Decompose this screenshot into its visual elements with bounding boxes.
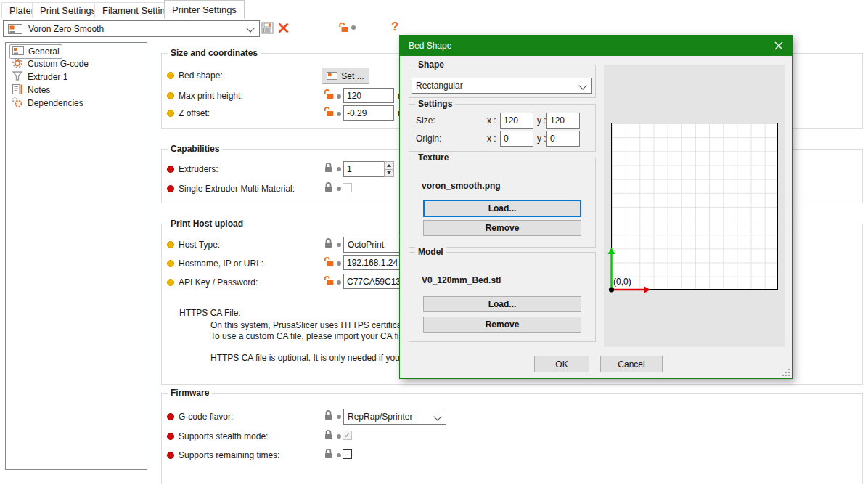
printer-preset-combobox[interactable]: Voron Zero Smooth bbox=[3, 20, 260, 37]
hostname-label: Hostname, IP or URL: bbox=[179, 258, 263, 269]
locked-icon[interactable] bbox=[324, 448, 333, 461]
option-bullet bbox=[167, 110, 174, 117]
max-print-height-label: Max print height: bbox=[179, 91, 243, 101]
settings-sidebar: General Custom G-code Extruder 1 Notes D… bbox=[5, 42, 147, 470]
printer-bed-icon bbox=[8, 24, 22, 36]
help-button[interactable]: ? bbox=[391, 20, 398, 34]
x-label: x : bbox=[487, 115, 496, 126]
model-filename: V0_120mm_Bed.stl bbox=[422, 275, 501, 285]
remaining-times-checkbox[interactable] bbox=[343, 449, 352, 459]
model-remove-button[interactable]: Remove bbox=[423, 317, 581, 333]
set-button-label: Set ... bbox=[341, 71, 364, 81]
locked-icon[interactable] bbox=[324, 162, 333, 175]
revert-dot bbox=[337, 434, 341, 439]
z-offset-label: Z offset: bbox=[179, 108, 210, 118]
host-type-value: OctoPrint bbox=[348, 240, 384, 250]
dialog-title: Bed Shape bbox=[409, 41, 451, 51]
sidebar-item-dependencies[interactable]: Dependencies bbox=[9, 97, 86, 110]
gcode-flavor-select[interactable]: RepRap/Sprinter bbox=[343, 409, 446, 425]
checkmark-icon: ✓ bbox=[344, 431, 351, 439]
tab-bar: Plater Print Settings Filament Settings … bbox=[0, 0, 868, 19]
option-bullet bbox=[167, 185, 174, 192]
revert-dot bbox=[337, 415, 341, 419]
revert-dot bbox=[337, 261, 341, 266]
locked-icon[interactable] bbox=[324, 237, 333, 250]
load-button-label: Load... bbox=[488, 203, 517, 213]
save-preset-button[interactable] bbox=[261, 22, 274, 36]
remove-button-label: Remove bbox=[486, 319, 520, 330]
gcode-flavor-value: RepRap/Sprinter bbox=[348, 412, 412, 422]
texture-load-button[interactable]: Load... bbox=[423, 200, 581, 217]
stealth-mode-label: Supports stealth mode: bbox=[179, 431, 268, 441]
origin-y-input[interactable] bbox=[546, 131, 580, 147]
semm-label: Single Extruder Multi Material: bbox=[179, 184, 295, 194]
option-bullet bbox=[167, 92, 174, 99]
shape-select[interactable]: Rectangular bbox=[412, 78, 592, 94]
cancel-button[interactable]: Cancel bbox=[600, 356, 663, 372]
bed-shape-label: Bed shape: bbox=[179, 70, 223, 81]
unlocked-icon[interactable] bbox=[324, 256, 334, 269]
option-bullet bbox=[167, 279, 174, 286]
printer-bed-icon bbox=[12, 46, 24, 57]
dependencies-icon bbox=[12, 97, 23, 110]
unlocked-icon[interactable] bbox=[324, 106, 334, 119]
bed-shape-set-button[interactable]: Set ... bbox=[322, 68, 369, 84]
spinner-up-button[interactable] bbox=[384, 161, 394, 170]
origin-label: Origin: bbox=[416, 134, 441, 144]
delete-preset-button[interactable] bbox=[277, 22, 290, 36]
ok-button[interactable]: OK bbox=[534, 356, 589, 372]
preset-dropdown-chevron-icon[interactable] bbox=[246, 24, 254, 32]
extruder-icon bbox=[12, 70, 23, 84]
sidebar-item-extruder-1[interactable]: Extruder 1 bbox=[9, 70, 70, 83]
lock-sync-button[interactable] bbox=[338, 22, 349, 35]
stealth-mode-checkbox[interactable]: ✓ bbox=[343, 431, 352, 440]
model-load-button[interactable]: Load... bbox=[423, 296, 581, 312]
spinner-down-button[interactable] bbox=[384, 170, 394, 178]
remaining-times-label: Supports remaining times: bbox=[179, 450, 279, 460]
size-x-input[interactable] bbox=[500, 113, 533, 129]
revert-dot bbox=[337, 187, 341, 191]
dialog-titlebar[interactable]: Bed Shape bbox=[400, 36, 792, 56]
printer-settings-window: Plater Print Settings Filament Settings … bbox=[0, 0, 868, 485]
groupbox-title: Firmware bbox=[168, 388, 212, 398]
origin-marker-label: (0,0) bbox=[613, 277, 631, 287]
option-bullet bbox=[167, 413, 174, 420]
ok-button-label: OK bbox=[555, 359, 568, 370]
https-ca-line2: To use a custom CA file, please import y… bbox=[210, 331, 406, 341]
max-print-height-input[interactable] bbox=[343, 88, 394, 103]
chevron-down-icon bbox=[578, 81, 586, 89]
groupbox-title: Settings bbox=[415, 99, 455, 109]
locked-icon[interactable] bbox=[324, 409, 333, 423]
groupbox-title: Print Host upload bbox=[168, 219, 246, 229]
z-offset-input[interactable] bbox=[343, 105, 394, 121]
semm-checkbox[interactable] bbox=[343, 183, 352, 192]
revert-dot bbox=[337, 167, 341, 171]
unlocked-icon[interactable] bbox=[324, 89, 334, 102]
sidebar-item-notes[interactable]: Notes bbox=[9, 83, 52, 97]
sidebar-item-label: General bbox=[28, 46, 60, 57]
sidebar-item-custom-gcode[interactable]: Custom G-code bbox=[9, 57, 91, 70]
locked-icon[interactable] bbox=[324, 182, 333, 195]
groupbox-title: Capabilities bbox=[168, 144, 222, 154]
close-icon[interactable] bbox=[774, 41, 783, 52]
https-ca-line1: On this system, PrusaSlicer uses HTTPS c… bbox=[210, 320, 413, 330]
sidebar-item-label: Custom G-code bbox=[28, 59, 89, 69]
gear-icon bbox=[12, 57, 23, 71]
locked-icon[interactable] bbox=[324, 429, 333, 442]
arrow-down-icon bbox=[387, 171, 391, 174]
option-bullet bbox=[167, 241, 174, 248]
origin-x-input[interactable] bbox=[500, 131, 533, 147]
extruders-label: Extruders: bbox=[179, 164, 218, 174]
groupbox-title: Texture bbox=[415, 152, 451, 163]
size-y-input[interactable] bbox=[546, 113, 580, 129]
chevron-down-icon bbox=[433, 412, 441, 420]
api-key-label: API Key / Password: bbox=[179, 277, 258, 288]
unlocked-icon[interactable] bbox=[324, 275, 334, 288]
printer-bed-icon bbox=[327, 72, 337, 80]
texture-remove-button[interactable]: Remove bbox=[423, 220, 581, 236]
option-bullet bbox=[167, 433, 174, 440]
resize-grip[interactable] bbox=[782, 369, 790, 376]
sidebar-item-label: Notes bbox=[28, 85, 50, 95]
tab-print-settings[interactable]: Print Settings bbox=[32, 2, 104, 18]
tab-printer-settings[interactable]: Printer Settings bbox=[164, 0, 245, 19]
